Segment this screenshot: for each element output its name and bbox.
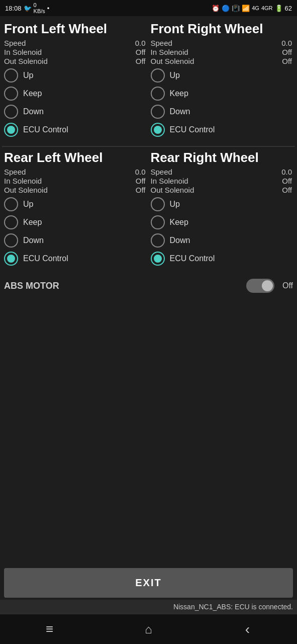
rear-left-outsolenoid-row: Out Solenoid Off (4, 186, 146, 194)
alarm-icon: ⏰ (212, 5, 220, 12)
front-right-up-label: Up (170, 71, 180, 80)
front-right-outsolenoid-row: Out Solenoid Off (151, 57, 292, 65)
front-left-down-radio[interactable] (4, 105, 18, 119)
front-right-insolenoid-row: In Solenoid Off (151, 48, 292, 56)
nav-menu-button[interactable] (35, 618, 65, 640)
rear-right-speed-value: 0.0 (281, 168, 292, 176)
battery-percent: 62 (285, 5, 292, 12)
front-left-keep-radio[interactable] (4, 87, 18, 101)
rear-right-down-radio[interactable] (151, 233, 165, 248)
front-right-ecu-radio[interactable] (151, 123, 165, 137)
back-icon (245, 621, 250, 637)
nav-bar (0, 614, 297, 644)
abs-motor-row: ABS MOTOR Off (2, 274, 295, 298)
front-right-ecu-label: ECU Control (170, 125, 215, 134)
network-4gr-icon: 4GR (261, 5, 273, 11)
bottom-wheels-grid: Rear Left Wheel Speed 0.0 In Solenoid Of… (2, 148, 295, 274)
front-left-insolenoid-row: In Solenoid Off (4, 48, 146, 56)
rear-right-outsolenoid-value: Off (282, 186, 292, 194)
rear-left-down-label: Down (23, 236, 44, 245)
status-left: 18:08 🐦 0KB/s • (5, 2, 49, 14)
abs-motor-knob (262, 280, 273, 291)
rear-left-up[interactable]: Up (4, 197, 146, 211)
rear-right-insolenoid-row: In Solenoid Off (151, 177, 292, 185)
front-right-ecu[interactable]: ECU Control (151, 123, 292, 137)
rear-right-ecu-label: ECU Control (170, 254, 215, 263)
front-left-speed-label: Speed (4, 39, 26, 47)
rear-left-ecu[interactable]: ECU Control (4, 252, 146, 266)
front-right-speed-row: Speed 0.0 (151, 39, 292, 47)
rear-left-ecu-label: ECU Control (23, 254, 68, 263)
front-left-keep[interactable]: Keep (4, 87, 146, 101)
nav-home-button[interactable] (134, 618, 164, 640)
front-left-up[interactable]: Up (4, 68, 146, 83)
rear-left-keep-label: Keep (23, 218, 42, 227)
front-right-section: Front Right Wheel Speed 0.0 In Solenoid … (149, 19, 295, 145)
rear-left-keep[interactable]: Keep (4, 215, 146, 229)
rear-left-insolenoid-value: Off (136, 177, 146, 185)
rear-right-up-label: Up (170, 200, 180, 209)
rear-right-section: Rear Right Wheel Speed 0.0 In Solenoid O… (149, 148, 295, 274)
spacer (0, 432, 297, 564)
rear-left-up-label: Up (23, 200, 33, 209)
rear-right-down[interactable]: Down (151, 233, 292, 248)
front-left-outsolenoid-value: Off (136, 57, 146, 65)
network-4g-icon: 4G (252, 5, 259, 11)
rear-left-keep-radio[interactable] (4, 215, 18, 229)
front-left-up-radio[interactable] (4, 68, 18, 83)
front-left-speed-value: 0.0 (135, 39, 146, 47)
rear-left-up-radio[interactable] (4, 197, 18, 211)
rear-right-keep-radio[interactable] (151, 215, 165, 229)
status-right: ⏰ 🔵 📳 📶 4G 4GR 🔋 62 (212, 5, 292, 12)
rear-left-down[interactable]: Down (4, 233, 146, 248)
rear-right-ecu[interactable]: ECU Control (151, 252, 292, 266)
front-left-insolenoid-label: In Solenoid (4, 48, 42, 56)
front-left-speed-row: Speed 0.0 (4, 39, 146, 47)
data-icon: 0KB/s (34, 2, 45, 14)
exit-button[interactable]: EXIT (4, 568, 293, 598)
front-left-up-label: Up (23, 71, 33, 80)
section-divider-1 (2, 146, 295, 147)
dot-icon: • (47, 5, 50, 12)
abs-motor-toggle[interactable] (246, 279, 274, 293)
front-left-down[interactable]: Down (4, 105, 146, 119)
rear-right-radio-group: Up Keep Down ECU Control (151, 197, 292, 266)
front-right-up-radio[interactable] (151, 68, 165, 83)
rear-left-down-radio[interactable] (4, 233, 18, 248)
ecu-status-text: Nissan_NC1_ABS: ECU is connected. (173, 603, 293, 611)
rear-left-insolenoid-label: In Solenoid (4, 177, 42, 185)
front-left-keep-label: Keep (23, 89, 42, 98)
rear-left-title: Rear Left Wheel (4, 150, 146, 166)
rear-left-speed-label: Speed (4, 168, 26, 176)
rear-right-outsolenoid-label: Out Solenoid (151, 186, 194, 194)
rear-right-ecu-radio[interactable] (151, 252, 165, 266)
rear-right-speed-label: Speed (151, 168, 172, 176)
rear-left-insolenoid-row: In Solenoid Off (4, 177, 146, 185)
front-right-keep[interactable]: Keep (151, 87, 292, 101)
front-right-speed-label: Speed (151, 39, 172, 47)
front-left-insolenoid-value: Off (136, 48, 146, 56)
front-right-down-radio[interactable] (151, 105, 165, 119)
rear-right-up[interactable]: Up (151, 197, 292, 211)
time-display: 18:08 (5, 5, 22, 12)
front-right-title: Front Right Wheel (151, 21, 292, 37)
front-left-ecu[interactable]: ECU Control (4, 123, 146, 137)
rear-left-outsolenoid-label: Out Solenoid (4, 186, 48, 194)
rear-right-down-label: Down (170, 236, 190, 245)
vibrate-icon: 📳 (232, 5, 240, 12)
rear-right-keep-label: Keep (170, 218, 188, 227)
rear-right-keep[interactable]: Keep (151, 215, 292, 229)
rear-right-up-radio[interactable] (151, 197, 165, 211)
exit-btn-row: EXIT (0, 564, 297, 600)
front-right-keep-radio[interactable] (151, 87, 165, 101)
front-right-outsolenoid-value: Off (282, 57, 292, 65)
front-right-down[interactable]: Down (151, 105, 292, 119)
main-content: Front Left Wheel Speed 0.0 In Solenoid O… (0, 16, 297, 432)
front-left-radio-group: Up Keep Down ECU Control (4, 68, 146, 137)
nav-back-button[interactable] (233, 618, 263, 640)
front-left-ecu-radio[interactable] (4, 123, 18, 137)
status-bar: 18:08 🐦 0KB/s • ⏰ 🔵 📳 📶 4G 4GR 🔋 62 (0, 0, 297, 16)
front-right-down-label: Down (170, 107, 190, 116)
front-right-up[interactable]: Up (151, 68, 292, 83)
rear-left-ecu-radio[interactable] (4, 252, 18, 266)
